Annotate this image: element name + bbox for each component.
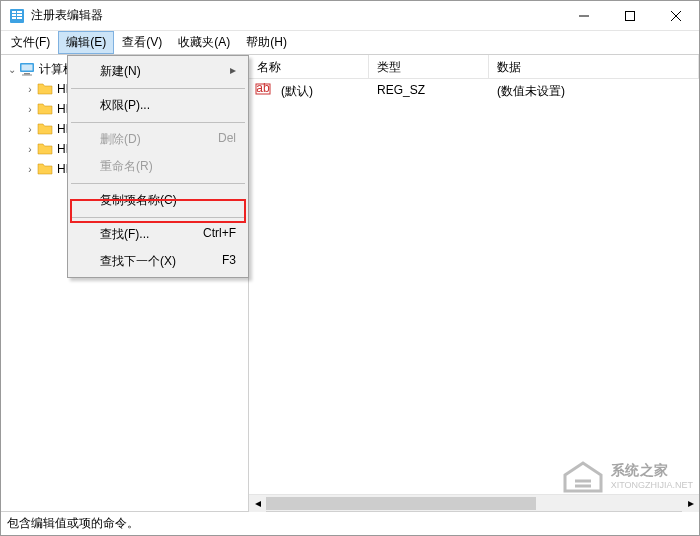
folder-icon — [37, 161, 53, 177]
menu-label: 查找下一个(X) — [100, 253, 176, 270]
list-header: 名称 类型 数据 — [249, 55, 699, 79]
folder-icon — [37, 81, 53, 97]
menu-separator — [71, 122, 245, 123]
menu-delete: 删除(D)Del — [70, 126, 246, 153]
menu-rename: 重命名(R) — [70, 153, 246, 180]
svg-rect-5 — [17, 14, 22, 16]
folder-icon — [37, 121, 53, 137]
menu-edit[interactable]: 编辑(E) — [58, 31, 114, 54]
menu-accel: Ctrl+F — [203, 226, 236, 243]
menu-find-next[interactable]: 查找下一个(X)F3 — [70, 248, 246, 275]
cell-data: (数值未设置) — [489, 81, 573, 102]
menu-file[interactable]: 文件(F) — [3, 31, 58, 54]
menu-separator — [71, 183, 245, 184]
folder-icon — [37, 141, 53, 157]
menu-label: 新建(N) — [100, 63, 141, 80]
scroll-track[interactable] — [266, 495, 682, 511]
folder-icon — [37, 101, 53, 117]
scroll-left-button[interactable]: ◂ — [249, 495, 266, 512]
svg-rect-4 — [17, 11, 22, 13]
menu-label: 权限(P)... — [100, 97, 150, 114]
menu-copy-key-name[interactable]: 复制项名称(C) — [70, 187, 246, 214]
computer-icon — [19, 61, 35, 77]
menu-help[interactable]: 帮助(H) — [238, 31, 295, 54]
svg-rect-8 — [626, 11, 635, 20]
menu-favorites[interactable]: 收藏夹(A) — [170, 31, 238, 54]
expander-icon[interactable]: › — [23, 104, 37, 115]
svg-rect-1 — [12, 11, 16, 13]
col-name[interactable]: 名称 — [249, 55, 369, 78]
svg-rect-14 — [22, 75, 32, 76]
scrollbar-horizontal[interactable]: ◂ ▸ — [249, 494, 699, 511]
svg-rect-6 — [17, 17, 22, 19]
svg-rect-12 — [22, 65, 33, 71]
svg-text:ab: ab — [256, 81, 270, 95]
expander-icon[interactable]: › — [23, 124, 37, 135]
cell-name: (默认) — [273, 81, 369, 102]
regedit-icon — [9, 8, 25, 24]
expander-icon[interactable]: › — [23, 144, 37, 155]
menu-find[interactable]: 查找(F)...Ctrl+F — [70, 221, 246, 248]
submenu-arrow-icon: ▸ — [230, 63, 236, 80]
svg-rect-3 — [12, 17, 16, 19]
menu-label: 重命名(R) — [100, 158, 153, 175]
menu-view[interactable]: 查看(V) — [114, 31, 170, 54]
menu-permissions[interactable]: 权限(P)... — [70, 92, 246, 119]
statusbar: 包含编辑值或项的命令。 — [1, 511, 699, 535]
menu-accel: Del — [218, 131, 236, 148]
menu-label: 复制项名称(C) — [100, 192, 177, 209]
expander-icon[interactable]: ⌄ — [5, 64, 19, 75]
menu-label: 删除(D) — [100, 131, 141, 148]
string-value-icon: ab — [255, 81, 271, 97]
expander-icon[interactable]: › — [23, 164, 37, 175]
list-body: ab (默认) REG_SZ (数值未设置) — [249, 79, 699, 494]
edit-menu-dropdown: 新建(N)▸ 权限(P)... 删除(D)Del 重命名(R) 复制项名称(C)… — [67, 55, 249, 278]
col-type[interactable]: 类型 — [369, 55, 489, 78]
expander-icon[interactable]: › — [23, 84, 37, 95]
window-title: 注册表编辑器 — [31, 7, 561, 24]
menubar: 文件(F) 编辑(E) 查看(V) 收藏夹(A) 帮助(H) — [1, 31, 699, 55]
maximize-button[interactable] — [607, 1, 653, 30]
menu-accel: F3 — [222, 253, 236, 270]
svg-rect-2 — [12, 14, 16, 16]
status-text: 包含编辑值或项的命令。 — [7, 515, 139, 532]
menu-new[interactable]: 新建(N)▸ — [70, 58, 246, 85]
svg-rect-13 — [24, 73, 30, 75]
titlebar: 注册表编辑器 — [1, 1, 699, 31]
menu-separator — [71, 88, 245, 89]
scroll-right-button[interactable]: ▸ — [682, 495, 699, 512]
minimize-button[interactable] — [561, 1, 607, 30]
scroll-thumb[interactable] — [266, 497, 536, 510]
list-row[interactable]: ab (默认) REG_SZ (数值未设置) — [249, 79, 699, 104]
list-pane: 名称 类型 数据 ab (默认) REG_SZ (数值未设置) ◂ ▸ — [249, 55, 699, 511]
menu-label: 查找(F)... — [100, 226, 149, 243]
close-button[interactable] — [653, 1, 699, 30]
menu-separator — [71, 217, 245, 218]
cell-type: REG_SZ — [369, 81, 489, 102]
col-data[interactable]: 数据 — [489, 55, 699, 78]
window-controls — [561, 1, 699, 30]
